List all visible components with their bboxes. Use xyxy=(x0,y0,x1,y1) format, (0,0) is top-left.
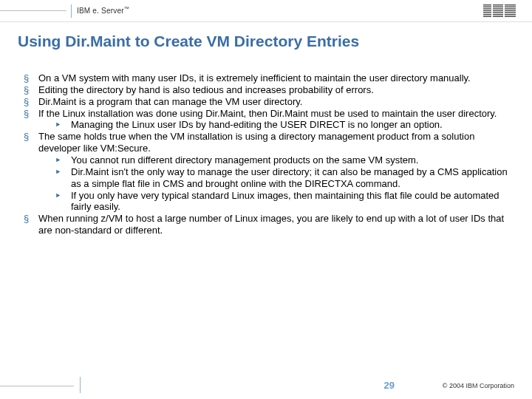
svg-rect-1 xyxy=(483,7,516,7)
sub-bullet-item: Dir.Maint isn't the only way to manage t… xyxy=(55,166,513,190)
svg-rect-5 xyxy=(483,14,516,15)
sub-bullet-item: If you only have very typical standard L… xyxy=(55,190,513,214)
svg-rect-0 xyxy=(483,4,516,5)
bullet-text: On a VM system with many user IDs, it is… xyxy=(38,72,471,83)
brand-text: IBM e. Server™ xyxy=(77,6,129,15)
bullet-item: When running z/VM to host a large number… xyxy=(24,213,513,236)
svg-rect-4 xyxy=(483,12,516,13)
sub-bullet-text: Dir.Maint isn't the only way to manage t… xyxy=(71,166,508,189)
header-vert-rule xyxy=(71,4,72,18)
page-number: 29 xyxy=(384,380,395,391)
svg-rect-8 xyxy=(503,4,505,18)
sub-bullet-item: Managing the Linux user IDs by hand-edit… xyxy=(55,119,513,131)
svg-rect-7 xyxy=(491,4,493,18)
svg-rect-2 xyxy=(483,8,516,9)
bullet-text: When running z/VM to host a large number… xyxy=(38,213,504,236)
page-title: Using Dir.Maint to Create VM Directory E… xyxy=(0,22,532,50)
bullet-item: Editing the directory by hand is also te… xyxy=(24,84,513,96)
svg-rect-3 xyxy=(483,10,516,11)
header: IBM e. Server™ xyxy=(0,0,532,22)
bullet-item: If the Linux installation was done using… xyxy=(24,108,513,120)
bullet-item: Dir.Maint is a program that can manage t… xyxy=(24,96,513,108)
sub-bullet-text: Managing the Linux user IDs by hand-edit… xyxy=(71,119,443,130)
bullet-item: The same holds true when the VM installa… xyxy=(24,131,513,154)
bullet-text: Dir.Maint is a program that can manage t… xyxy=(38,96,302,107)
ibm-logo-icon xyxy=(483,4,516,21)
bullet-text: The same holds true when the VM installa… xyxy=(38,131,474,154)
footer-rule xyxy=(0,386,74,386)
bullet-text: If the Linux installation was done using… xyxy=(38,108,497,119)
header-rule xyxy=(0,10,66,11)
copyright-text: © 2004 IBM Corporation xyxy=(443,382,514,389)
content-area: On a VM system with many user IDs, it is… xyxy=(0,50,532,236)
brand-tm: ™ xyxy=(124,6,129,11)
brand-prefix: IBM e. Server xyxy=(77,7,124,15)
sub-bullet-text: If you only have very typical standard L… xyxy=(71,190,499,213)
bullet-item: On a VM system with many user IDs, it is… xyxy=(24,72,513,84)
footer-vert-rule xyxy=(80,377,81,393)
sub-bullet-item: You cannot run different directory manag… xyxy=(55,154,513,166)
sub-bullet-text: You cannot run different directory manag… xyxy=(71,154,418,166)
bullet-text: Editing the directory by hand is also te… xyxy=(38,84,374,95)
svg-rect-6 xyxy=(483,16,516,17)
footer: 29 © 2004 IBM Corporation xyxy=(0,377,532,399)
